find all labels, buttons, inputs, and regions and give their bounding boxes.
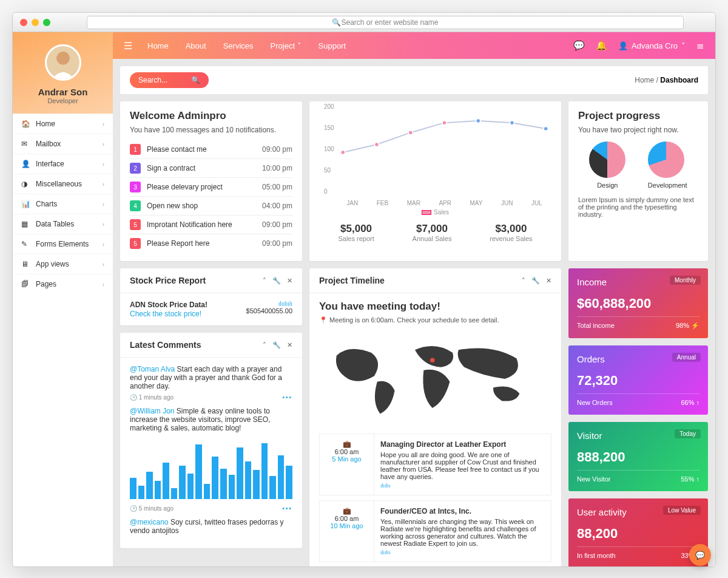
- nav-item[interactable]: 🖥App views›: [13, 254, 113, 274]
- avatar[interactable]: [45, 44, 81, 81]
- profile-role: Developer: [19, 97, 107, 104]
- svg-point-5: [476, 118, 480, 123]
- welcome-card: Welcome Adminpro You have 100 messages a…: [120, 101, 302, 261]
- nav-item[interactable]: 🗐Pages›: [13, 274, 113, 294]
- chat-icon[interactable]: 💬: [573, 40, 585, 51]
- app views-icon: 🖥: [21, 260, 31, 268]
- search-icon: 🔍: [191, 76, 200, 84]
- close-window-icon[interactable]: [20, 19, 27, 26]
- comment-item: @Toman Alva Start each day with a prayer…: [130, 365, 292, 401]
- mailbox-icon: ✉: [21, 140, 31, 148]
- sales-chart-card: 050100150200 JANFEBMARAPRMAYJUNJUL Sales…: [309, 101, 561, 261]
- stat-card-activity[interactable]: User activityLow Value 88,200 In first m…: [568, 498, 708, 566]
- svg-point-4: [442, 121, 447, 125]
- task-row[interactable]: 4Open new shop04:00 pm: [130, 197, 292, 216]
- nav-item[interactable]: 👤Interface›: [13, 154, 113, 174]
- svg-point-0: [56, 52, 70, 65]
- task-row[interactable]: 5Improtant Notification here09:00 pm: [130, 216, 292, 234]
- chevron-right-icon: ›: [103, 121, 104, 127]
- bell-icon[interactable]: 🔔: [596, 40, 607, 51]
- apps-icon[interactable]: ≣: [696, 40, 704, 51]
- progress-card: Project progress You have two project ri…: [568, 101, 708, 261]
- minimize-window-icon[interactable]: [32, 19, 39, 26]
- charts-icon: 📊: [21, 200, 31, 208]
- browser-titlebar: 🔍 Search or enter website name: [13, 13, 715, 32]
- pie-chart: [648, 141, 684, 178]
- svg-point-1: [341, 150, 345, 154]
- nav-item[interactable]: ✎Forms Elements›: [13, 234, 113, 254]
- timeline-item: 💼6:00 am5 Min ago Managing Director at L…: [319, 433, 551, 495]
- menu-toggle-icon[interactable]: ☰: [124, 40, 132, 52]
- more-icon[interactable]: •••: [282, 505, 292, 512]
- chevron-right-icon: ›: [103, 281, 104, 288]
- chevron-right-icon: ›: [103, 241, 104, 248]
- more-icon[interactable]: •••: [282, 394, 292, 401]
- nav-item[interactable]: ▦Data Tables›: [13, 214, 113, 234]
- stat-card-visitor[interactable]: VisitorToday 888,200 New Visitor55% ↑: [568, 422, 708, 491]
- task-row[interactable]: 2Sign a contract10:00 pm: [130, 159, 292, 178]
- task-row[interactable]: 5Please Report here09:00 pm: [130, 234, 292, 253]
- profile-name: Andrar Son: [19, 87, 107, 97]
- svg-point-7: [544, 126, 548, 131]
- collapse-icon[interactable]: ˄: [263, 277, 266, 285]
- svg-point-2: [374, 142, 379, 146]
- miscellaneous-icon: ◑: [21, 180, 31, 188]
- comments-card: Latest Comments˄🔧✕ @Toman Alva Start eac…: [120, 333, 302, 548]
- maximize-window-icon[interactable]: [43, 19, 50, 26]
- topnav-item[interactable]: Support: [318, 41, 346, 50]
- svg-point-6: [510, 121, 514, 125]
- topnav-item[interactable]: Home: [147, 41, 169, 50]
- timeline-card: Project Timeline˄🔧✕ You have meeting tod…: [309, 268, 561, 566]
- chat-fab[interactable]: 💬: [689, 544, 711, 566]
- forms elements-icon: ✎: [21, 240, 31, 248]
- task-row[interactable]: 3Please delevary project05:00 pm: [130, 178, 292, 197]
- stock-link[interactable]: Check the stock price!: [130, 310, 201, 318]
- world-map[interactable]: [319, 330, 551, 427]
- task-row[interactable]: 1Please contact me09:00 pm: [130, 140, 292, 159]
- nav-item[interactable]: ✉Mailbox›: [13, 134, 113, 154]
- nav-item[interactable]: 🏠Home›: [13, 114, 113, 134]
- chevron-right-icon: ›: [103, 161, 104, 168]
- pages-icon: 🗐: [21, 280, 31, 288]
- search-input[interactable]: Search...🔍: [130, 72, 209, 88]
- nav-item[interactable]: ◑Miscellaneous›: [13, 174, 113, 194]
- chevron-right-icon: ›: [103, 141, 104, 148]
- chevron-right-icon: ›: [103, 261, 104, 268]
- close-icon[interactable]: ✕: [287, 277, 292, 285]
- chevron-right-icon: ›: [103, 221, 104, 228]
- chevron-right-icon: ›: [103, 181, 104, 188]
- topnav-item[interactable]: Services: [223, 41, 254, 50]
- user-menu[interactable]: 👤 Advanda Cro ˅: [618, 41, 686, 50]
- sidebar: Andrar Son Developer 🏠Home›✉Mailbox›👤Int…: [13, 32, 113, 566]
- url-bar[interactable]: 🔍 Search or enter website name: [87, 16, 684, 29]
- comment-item: @mexicano Soy cursi, twitteo frases pedo…: [130, 518, 292, 535]
- svg-point-8: [430, 358, 435, 363]
- pie-chart: [589, 141, 625, 178]
- comment-item: @William Jon Simple & easy online tools …: [130, 407, 292, 512]
- settings-icon[interactable]: 🔧: [272, 277, 281, 285]
- topnav-item[interactable]: Project ˅: [271, 41, 302, 50]
- svg-point-3: [408, 131, 413, 135]
- stock-card: Stock Price Report˄🔧✕ ADN Stock Price Da…: [120, 268, 302, 325]
- chevron-right-icon: ›: [103, 201, 104, 208]
- breadcrumb: Home / Dashboard: [635, 76, 698, 84]
- nav-item[interactable]: 📊Charts›: [13, 194, 113, 214]
- stat-card-income[interactable]: IncomeMonthly $60,888,200 Total income98…: [568, 268, 708, 338]
- timeline-item: 💼6:00 am10 Min ago Founder/CEO at Intcs,…: [319, 500, 551, 562]
- topbar: ☰ HomeAboutServicesProject ˅Support 💬 🔔 …: [113, 32, 715, 59]
- stat-card-orders[interactable]: OrdersAnnual 72,320 New Orders66% ↑: [568, 345, 708, 415]
- home-icon: 🏠: [21, 120, 31, 128]
- data tables-icon: ▦: [21, 220, 31, 228]
- interface-icon: 👤: [21, 160, 31, 168]
- topnav-item[interactable]: About: [186, 41, 206, 50]
